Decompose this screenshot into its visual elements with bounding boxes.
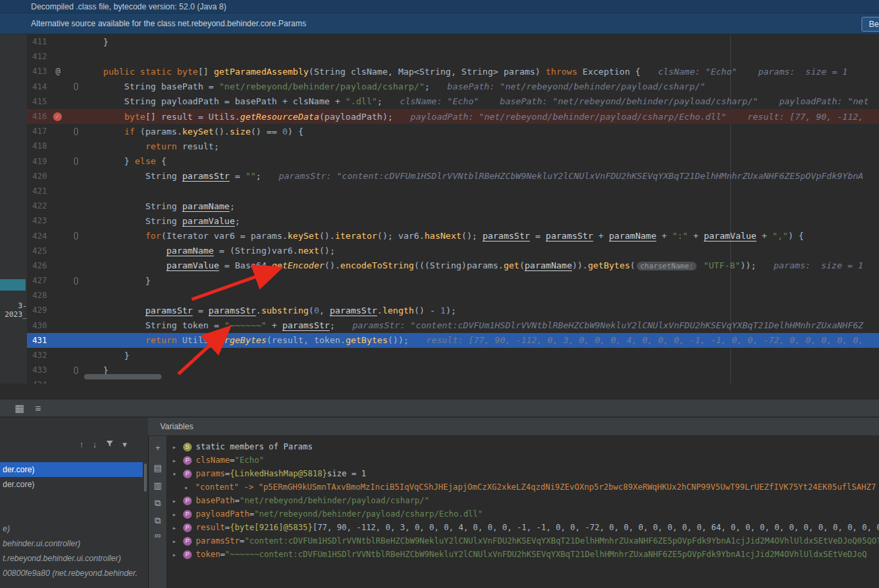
code-line[interactable]: 416✓ byte[] result = Utils.getResourceDa…: [27, 109, 879, 124]
fold-marker-icon[interactable]: [74, 277, 78, 285]
panel-view-icon[interactable]: ▥: [149, 480, 167, 490]
gutter[interactable]: 418: [27, 139, 82, 153]
frames-list[interactable]: der.core)der.core)e)behinder.ui.controll…: [0, 462, 148, 581]
watch-icon[interactable]: ∞: [149, 530, 167, 540]
code-editor[interactable]: 411 }412413@ public static byte[] getPar…: [27, 34, 879, 383]
code-line[interactable]: 415 String payloadPath = basePath + clsN…: [27, 94, 879, 109]
breakpoint-icon[interactable]: ✓: [53, 112, 62, 121]
variable-row[interactable]: ▸PclsName = "Echo": [167, 453, 879, 467]
code-line[interactable]: 424 for(Iterator var6 = params.keySet().…: [27, 228, 879, 243]
code-line[interactable]: 423 String paramValue;: [27, 213, 879, 228]
line-number[interactable]: 419: [32, 157, 51, 166]
view-options-icon[interactable]: ≡: [35, 402, 41, 414]
line-number[interactable]: 430: [32, 321, 51, 330]
frame-down-icon[interactable]: ↓: [93, 439, 98, 449]
gutter[interactable]: 424: [27, 228, 82, 243]
panel-layout-icon[interactable]: ▤: [149, 463, 167, 473]
line-number[interactable]: 423: [32, 216, 51, 225]
line-number[interactable]: 417: [32, 126, 51, 136]
gutter[interactable]: 423: [27, 213, 82, 228]
gutter[interactable]: 433: [27, 363, 82, 377]
variable-row[interactable]: ▸PpayloadPath = "net/rebeyond/behinder/p…: [167, 507, 879, 521]
code-line[interactable]: 431 return Utils.mergeBytes(result, toke…: [27, 333, 879, 348]
fold-marker-icon[interactable]: [74, 157, 78, 165]
gutter[interactable]: 426: [27, 258, 82, 273]
line-number[interactable]: 431: [32, 336, 51, 345]
tree-chevron-icon[interactable]: ▸: [172, 538, 183, 545]
line-number[interactable]: 427: [32, 276, 51, 285]
gutter[interactable]: 419: [27, 154, 82, 169]
frame-row[interactable]: 00800fe9a80 (net.rebeyond.behinder.: [0, 566, 148, 581]
line-number[interactable]: 433: [32, 365, 51, 375]
fold-marker-icon[interactable]: [74, 128, 78, 135]
code-line[interactable]: 427 }: [27, 273, 879, 288]
fold-marker-icon[interactable]: [74, 83, 78, 90]
line-number[interactable]: 426: [32, 261, 51, 270]
frames-chevron-icon[interactable]: ▾: [122, 439, 127, 449]
frames-scrollbar-thumb[interactable]: [144, 464, 147, 492]
code-line[interactable]: 421: [27, 184, 879, 198]
line-number[interactable]: 416: [32, 112, 51, 121]
line-number[interactable]: 434: [32, 380, 51, 383]
filter-icon[interactable]: [106, 439, 114, 449]
add-watch-icon[interactable]: +: [149, 443, 167, 453]
gutter[interactable]: 432: [27, 348, 82, 363]
duplicate-icon[interactable]: ⧉: [149, 498, 167, 509]
fold-marker-icon[interactable]: [74, 367, 78, 374]
code-line[interactable]: 412: [27, 49, 879, 64]
line-number[interactable]: 424: [32, 231, 51, 241]
line-number[interactable]: 428: [32, 291, 51, 300]
gutter[interactable]: 422: [27, 198, 82, 213]
frame-up-icon[interactable]: ↑: [79, 439, 84, 449]
line-number[interactable]: 411: [32, 37, 51, 46]
table-view-icon[interactable]: ▦: [15, 402, 24, 414]
copy-icon[interactable]: ⧉: [149, 515, 167, 526]
horizontal-scrollbar-thumb[interactable]: [84, 374, 162, 379]
gutter[interactable]: 421: [27, 184, 82, 198]
code-line[interactable]: 419 } else {: [27, 154, 879, 169]
gutter[interactable]: 415: [27, 94, 82, 109]
code-line[interactable]: 430 String token = "~~~~~~" + paramsStr;…: [27, 318, 879, 333]
gutter[interactable]: 430: [27, 318, 82, 333]
line-number[interactable]: 413: [32, 67, 51, 76]
code-line[interactable]: 418 return result;: [27, 139, 879, 153]
frame-row[interactable]: [0, 492, 148, 507]
code-line[interactable]: 420 String paramsStr = "";paramsStr: "co…: [27, 169, 879, 184]
variables-tree[interactable]: ▸Sstatic members of Params▸PclsName = "E…: [167, 436, 879, 588]
tree-chevron-icon[interactable]: ▸: [172, 511, 183, 518]
code-line[interactable]: 429 paramsStr = paramsStr.substring(0, p…: [27, 303, 879, 318]
line-number[interactable]: 414: [32, 82, 51, 91]
variable-row[interactable]: ▸Presult = {byte[9216]@5835} [77, 90, -1…: [167, 521, 879, 534]
line-number[interactable]: 432: [32, 351, 51, 360]
frame-row[interactable]: behinder.ui.controller): [0, 536, 148, 551]
variable-row[interactable]: ▸"content" -> "p5ERmGH9kUSmnTAxvBmoMzInc…: [167, 480, 879, 494]
gutter[interactable]: 428: [27, 288, 82, 303]
line-number[interactable]: 418: [32, 141, 51, 151]
variable-row[interactable]: ▸PparamsStr = "content:cDVFUm1HSDlrVVNtb…: [167, 534, 879, 548]
variable-row[interactable]: ▸PbasePath = "net/rebeyond/behinder/payl…: [167, 494, 879, 507]
code-line[interactable]: 414 String basePath = "net/rebeyond/behi…: [27, 79, 879, 94]
line-number[interactable]: 425: [32, 246, 51, 256]
line-number[interactable]: 415: [32, 97, 51, 106]
frame-row[interactable]: e): [0, 521, 148, 536]
code-line[interactable]: 426 paramValue = Base64.getEncoder().enc…: [27, 258, 879, 273]
gutter[interactable]: 412: [27, 49, 82, 64]
tree-chevron-icon[interactable]: ▸: [172, 457, 183, 464]
variable-row[interactable]: ▾Pparams = {LinkedHashMap@5818} size = 1: [167, 467, 879, 480]
frame-row[interactable]: der.core): [0, 462, 143, 477]
gutter[interactable]: 420: [27, 169, 82, 184]
frame-row[interactable]: der.core): [0, 477, 148, 492]
frame-row[interactable]: [0, 507, 148, 521]
code-line[interactable]: 417 if (params.keySet().size() == 0) {: [27, 124, 879, 139]
code-line[interactable]: 413@ public static byte[] getParamedAsse…: [27, 64, 879, 79]
line-number[interactable]: 422: [32, 201, 51, 211]
gutter[interactable]: 413@: [27, 64, 82, 79]
tree-chevron-icon[interactable]: ▸: [172, 497, 183, 505]
gutter[interactable]: 425: [27, 244, 82, 258]
gutter[interactable]: 411: [27, 34, 82, 49]
tree-chevron-icon[interactable]: ▸: [172, 551, 183, 558]
line-number[interactable]: 412: [32, 52, 51, 61]
fold-marker-icon[interactable]: [74, 232, 78, 240]
frame-row[interactable]: t.rebeyond.behinder.ui.controller): [0, 551, 148, 566]
gutter[interactable]: 427: [27, 273, 82, 288]
